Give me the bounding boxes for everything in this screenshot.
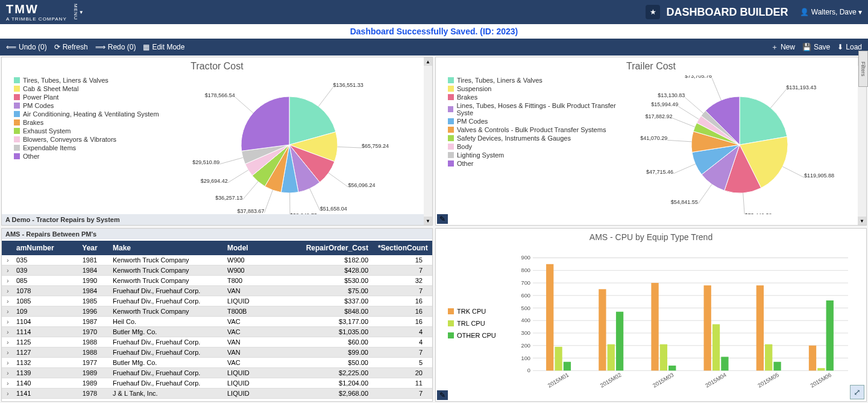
cell-model: T800B — [222, 306, 295, 316]
table-row[interactable]: ›11251988Fruehauf Div., Fruehauf Corp.VA… — [2, 337, 432, 347]
expand-icon[interactable]: › — [2, 286, 11, 296]
expand-icon[interactable]: › — [2, 378, 11, 388]
svg-rect-80 — [809, 346, 816, 371]
legend-label: PM Codes — [457, 118, 488, 125]
expand-icon[interactable]: › — [2, 389, 11, 398]
legend-label: Brakes — [23, 119, 43, 126]
cell-make: Fruehauf Div., Fruehauf Corp. — [108, 296, 222, 306]
expand-icon[interactable]: › — [2, 296, 11, 306]
col-year[interactable]: Year — [72, 241, 108, 255]
svg-text:$73,705.76: $73,705.76 — [685, 75, 712, 79]
legend-label: Other — [23, 153, 40, 160]
svg-text:$73,449.30: $73,449.30 — [744, 212, 772, 214]
panel-edit-icon[interactable]: ✎ — [437, 390, 448, 400]
svg-line-16 — [220, 157, 244, 164]
svg-line-24 — [743, 193, 745, 214]
star-icon[interactable]: ★ — [646, 5, 660, 19]
expand-icon[interactable]: › — [2, 347, 11, 357]
table-row[interactable]: ›11321977Butler Mfg. Co.VAC$50.005 — [2, 358, 432, 368]
new-button[interactable]: ＋New — [771, 42, 795, 52]
legend-label: Exhaust System — [23, 127, 71, 135]
expand-icon[interactable]: › — [2, 317, 11, 326]
expand-icon[interactable]: › — [2, 265, 11, 275]
redo-button[interactable]: ⟹Redo (0) — [95, 43, 136, 51]
expand-icon[interactable]: › — [2, 358, 11, 367]
scroll-down-icon[interactable]: ▼ — [424, 217, 432, 225]
scrollbar[interactable]: ▲ ▼ — [424, 57, 432, 225]
cell-sectioncount: 16 — [373, 317, 427, 326]
col-amnumber[interactable]: amNumber — [11, 241, 72, 255]
table-row[interactable]: ›11041987Heil Co.VAC$3,177.0016 — [2, 317, 432, 327]
helper-icon[interactable]: ⤢ — [850, 385, 864, 399]
cell-year: 1989 — [72, 368, 108, 378]
save-button[interactable]: 💾Save — [802, 43, 830, 51]
table-row[interactable]: ›0391984Kenworth Truck CompanyW900$428.0… — [2, 265, 432, 276]
table-row[interactable]: ›1091996Kenworth Truck CompanyT800B$848.… — [2, 306, 432, 317]
svg-line-10 — [265, 190, 273, 213]
cell-cost: $182.00 — [295, 255, 373, 265]
expand-icon[interactable]: › — [2, 368, 11, 378]
legend-swatch — [14, 111, 20, 117]
panel-edit-icon[interactable]: ✎ — [437, 214, 448, 224]
table-row[interactable]: ›10781984Fruehauf Div., Fruehauf Corp.VA… — [2, 286, 432, 296]
legend-item: PM Codes — [448, 118, 625, 125]
redo-label: Redo (0) — [108, 43, 136, 51]
legend-swatch — [14, 136, 20, 142]
cell-cost: $75.00 — [295, 286, 373, 296]
cell-year: 1990 — [72, 276, 108, 285]
table-row[interactable]: ›0851990Kenworth Truck CompanyT800$530.0… — [2, 276, 432, 286]
table-row[interactable]: ›11401989Fruehauf Div., Fruehauf Corp.LI… — [2, 378, 432, 389]
user-menu[interactable]: 👤 Walters, Dave ▾ — [800, 8, 862, 16]
table-row[interactable]: ›10851985Fruehauf Div., Fruehauf Corp.LI… — [2, 296, 432, 306]
table-row[interactable]: ›11391989Fruehauf Div., Fruehauf Corp.LI… — [2, 368, 432, 378]
col-repairorder-cost[interactable]: RepairOrder_Cost — [295, 241, 373, 255]
tractor-legend: Tires, Tubes, Liners & ValvesCab & Sheet… — [14, 75, 159, 214]
cell-cost: $1,204.00 — [295, 378, 373, 388]
col-make[interactable]: Make — [108, 241, 222, 255]
cell-amnumber: 1114 — [11, 327, 72, 337]
refresh-button[interactable]: ⟳Refresh — [54, 43, 88, 51]
user-name: Walters, Dave — [811, 8, 857, 16]
legend-swatch — [14, 77, 20, 83]
cell-model: VAN — [222, 347, 295, 357]
trailer-legend: Tires, Tubes, Liners & ValvesSuspensionB… — [448, 75, 625, 214]
table-row[interactable]: ›0351981Kenworth Truck CompanyW900$182.0… — [2, 255, 432, 265]
svg-text:$41,070.29: $41,070.29 — [640, 135, 667, 141]
svg-line-20 — [771, 89, 787, 108]
cell-year: 1984 — [72, 265, 108, 275]
scroll-up-icon[interactable]: ▲ — [424, 57, 432, 66]
filters-tab[interactable]: Filters — [858, 51, 868, 87]
expand-icon[interactable]: › — [2, 337, 11, 347]
cell-amnumber: 085 — [11, 276, 72, 285]
expand-icon[interactable]: › — [2, 327, 11, 337]
svg-rect-68 — [651, 283, 658, 370]
table-row[interactable]: ›11411978J & L Tank, Inc.LIQUID$2,968.00… — [2, 389, 432, 399]
edit-label: Edit Mode — [152, 43, 184, 51]
legend-item: Lighting System — [448, 151, 625, 159]
table-row[interactable]: ›11271988Fruehauf Div., Fruehauf Corp.VA… — [2, 347, 432, 358]
expand-icon[interactable]: › — [2, 255, 11, 265]
load-button[interactable]: ⬇Load — [837, 43, 862, 51]
expand-icon[interactable]: › — [2, 306, 11, 316]
col-sectioncount[interactable]: *SectionCount — [373, 241, 427, 255]
table-row[interactable]: ›11141970Butler Mfg. Co.VAC$1,035.004 — [2, 327, 432, 337]
expand-icon[interactable]: › — [2, 276, 11, 285]
legend-label: Body — [457, 143, 472, 150]
legend-label: Other — [457, 160, 474, 167]
cell-amnumber: 1139 — [11, 368, 72, 378]
svg-text:$119,905.88: $119,905.88 — [804, 173, 834, 179]
cell-sectioncount: 4 — [373, 327, 427, 337]
cell-make: Fruehauf Div., Fruehauf Corp. — [108, 337, 222, 347]
menu-button[interactable]: MENU — [73, 4, 78, 21]
cell-cost: $530.00 — [295, 276, 373, 285]
repairs-table-body[interactable]: ›0351981Kenworth Truck CompanyW900$182.0… — [2, 255, 432, 401]
col-model[interactable]: Model — [222, 241, 295, 255]
scroll-down-icon[interactable]: ▼ — [858, 217, 866, 225]
undo-button[interactable]: ⟸Undo (0) — [6, 43, 47, 51]
legend-swatch — [448, 86, 454, 92]
svg-rect-70 — [668, 366, 676, 370]
legend-item: Other — [14, 153, 159, 160]
edit-mode-button[interactable]: ▦Edit Mode — [143, 43, 184, 51]
cell-year: 1988 — [72, 347, 108, 357]
svg-text:2015M06: 2015M06 — [810, 372, 832, 389]
